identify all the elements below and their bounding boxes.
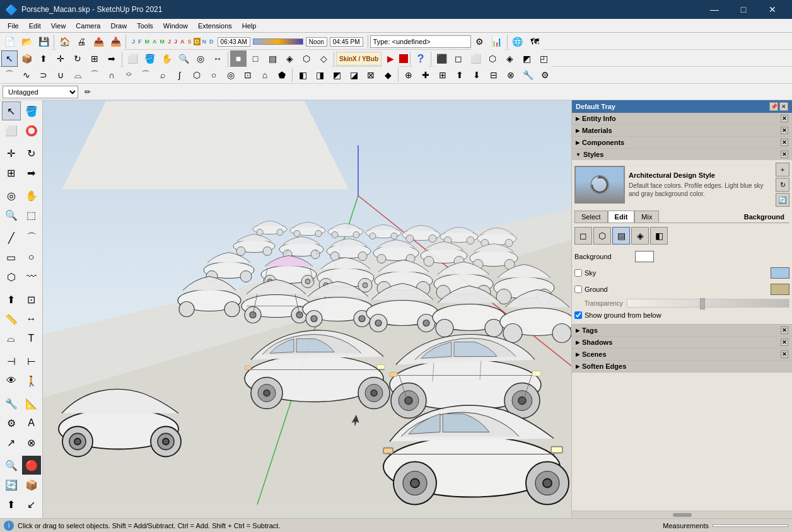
tb-ext5[interactable]: ⬇ xyxy=(469,67,485,83)
ground-color-swatch[interactable] xyxy=(771,284,789,295)
tb-arc6[interactable]: ⌒ xyxy=(86,67,103,83)
tb-arc11[interactable]: ∫ xyxy=(172,67,188,83)
tb-scale[interactable]: ⊞ xyxy=(86,50,103,67)
menu-help[interactable]: Help xyxy=(237,21,262,31)
sky-color-swatch[interactable] xyxy=(771,267,789,279)
lt-extra7[interactable]: 🔍 xyxy=(2,456,21,475)
styles-refresh-button[interactable]: 🔄 xyxy=(776,193,789,207)
tb-ext9[interactable]: ⚙ xyxy=(537,67,553,83)
materials-close[interactable]: ✕ xyxy=(781,127,788,134)
tray-close-button[interactable]: ✕ xyxy=(779,102,788,111)
time-left-display[interactable]: 06:43 AM xyxy=(218,37,250,47)
status-info-button[interactable]: i xyxy=(4,521,14,531)
tb-shape2[interactable]: ○ xyxy=(206,67,222,83)
tb-print[interactable]: 🖨 xyxy=(73,33,90,50)
shadows-header[interactable]: ▶ Shadows ✕ xyxy=(572,337,792,348)
lt-extra9[interactable]: 🔄 xyxy=(2,475,21,494)
measurements-box[interactable] xyxy=(713,524,788,527)
tb-solid4[interactable]: ◪ xyxy=(346,67,362,83)
tb-geo[interactable]: 🌐 xyxy=(510,33,526,50)
tags-header[interactable]: ▶ Tags ✕ xyxy=(572,325,792,336)
bg-icon-watermark[interactable]: ◈ xyxy=(631,227,649,245)
menu-camera[interactable]: Camera xyxy=(71,21,105,31)
tb-zoom-in[interactable]: 🔍 xyxy=(175,50,192,67)
tb-style2[interactable]: □ xyxy=(247,50,264,67)
tag-dropdown[interactable]: Untagged xyxy=(3,86,78,98)
tb-shape5[interactable]: ⌂ xyxy=(257,67,273,83)
lt-rect-tool[interactable]: ▭ xyxy=(2,248,21,267)
tb-rotate[interactable]: ↻ xyxy=(69,50,86,67)
tb-shape3[interactable]: ◎ xyxy=(223,67,239,83)
lt-extra4[interactable]: A xyxy=(22,413,41,432)
tb-open[interactable]: 📂 xyxy=(18,33,35,50)
type-input[interactable] xyxy=(370,35,471,48)
tb-type-btn[interactable]: ⚙ xyxy=(472,33,488,50)
bg-icon-modeling[interactable]: ◧ xyxy=(650,227,668,245)
shadows-close[interactable]: ✕ xyxy=(781,338,788,346)
entity-info-close[interactable]: ✕ xyxy=(781,115,788,122)
tb-style5[interactable]: ⬡ xyxy=(298,50,315,67)
ground-checkbox-label[interactable]: Ground xyxy=(574,286,608,293)
lt-extra10[interactable]: 📦 xyxy=(22,475,41,494)
tb-arc3[interactable]: ⊃ xyxy=(35,67,52,83)
tb-shape1[interactable]: ⬡ xyxy=(189,67,205,83)
tb-pan[interactable]: ↔ xyxy=(209,50,226,67)
lt-walk-tool[interactable]: 🚶 xyxy=(22,371,41,390)
tb-iso3[interactable]: ⬜ xyxy=(467,50,484,67)
menu-extensions[interactable]: Extensions xyxy=(193,21,237,31)
scenes-close[interactable]: ✕ xyxy=(781,350,788,358)
lt-freehand-tool[interactable]: 〰 xyxy=(22,267,41,286)
tb-arc4[interactable]: ∪ xyxy=(52,67,69,83)
styles-tab-mix[interactable]: Mix xyxy=(634,211,659,223)
lt-extra5[interactable]: ↗ xyxy=(2,433,21,452)
lt-circle-tool[interactable]: ○ xyxy=(22,248,41,267)
tb-solid2[interactable]: ◨ xyxy=(312,67,328,83)
styles-close[interactable]: ✕ xyxy=(781,151,788,158)
lt-line-tool[interactable]: ╱ xyxy=(2,228,21,247)
tb-component[interactable]: 📦 xyxy=(18,50,35,67)
tb-arc8[interactable]: ⌔ xyxy=(120,67,137,83)
tb-iso1[interactable]: ⬛ xyxy=(433,50,450,67)
lt-section2-tool[interactable]: ⊢ xyxy=(22,352,41,371)
lt-extra6[interactable]: ⊗ xyxy=(22,433,41,452)
tb-send[interactable]: 📤 xyxy=(90,33,107,50)
entity-info-header[interactable]: ▶ Entity Info ✕ xyxy=(572,113,792,124)
tb-ext1[interactable]: ⊕ xyxy=(400,67,417,83)
styles-header[interactable]: ▼ Styles ✕ xyxy=(572,149,792,160)
lt-extra2[interactable]: 📐 xyxy=(22,394,41,413)
tb-report[interactable]: 📊 xyxy=(489,33,505,50)
lt-extra8[interactable]: 🔴 xyxy=(22,456,41,475)
tb-arc10[interactable]: ⌕ xyxy=(154,67,171,83)
tb-iso7[interactable]: ◰ xyxy=(535,50,552,67)
bg-icon-edges[interactable]: ⬡ xyxy=(593,227,611,245)
menu-file[interactable]: File xyxy=(3,21,24,31)
menu-view[interactable]: View xyxy=(46,21,71,31)
tb-style4[interactable]: ◈ xyxy=(281,50,298,67)
tb-ext6[interactable]: ⊟ xyxy=(486,67,502,83)
tb-erase[interactable]: ⬜ xyxy=(124,50,141,67)
viewport[interactable] xyxy=(43,100,571,518)
tb-arc9[interactable]: ⌒ xyxy=(137,67,154,83)
tb-hand[interactable]: ✋ xyxy=(158,50,175,67)
tb-arc2[interactable]: ∿ xyxy=(18,67,35,83)
lt-lookaround-tool[interactable]: 👁 xyxy=(2,371,21,390)
bg-icon-background[interactable]: ▤ xyxy=(612,227,630,245)
tb-play[interactable]: ▶ xyxy=(382,50,399,67)
menu-tools[interactable]: Tools xyxy=(132,21,158,31)
lt-pushpull-tool[interactable]: ⬆ xyxy=(2,290,21,309)
ground-checkbox[interactable] xyxy=(574,286,582,293)
lt-extra13[interactable]: ↑ xyxy=(12,514,31,518)
tb-home[interactable]: 🏠 xyxy=(56,33,73,50)
tb-move[interactable]: ✛ xyxy=(52,50,69,67)
lt-extra11[interactable]: ⬆ xyxy=(2,495,21,514)
lt-erase-tool[interactable]: ⬜ xyxy=(2,121,21,140)
lt-move-tool[interactable]: ✛ xyxy=(2,144,21,163)
lt-zoom-tool[interactable]: 🔍 xyxy=(2,205,21,224)
tb-follow[interactable]: ➡ xyxy=(103,50,120,67)
tb-solid3[interactable]: ◩ xyxy=(329,67,345,83)
show-ground-checkbox[interactable] xyxy=(574,311,582,319)
lt-section-tool[interactable]: ⊣ xyxy=(2,352,21,371)
menu-draw[interactable]: Draw xyxy=(105,21,132,31)
tb-paint[interactable]: 🪣 xyxy=(141,50,158,67)
styles-create-button[interactable]: + xyxy=(776,163,789,176)
